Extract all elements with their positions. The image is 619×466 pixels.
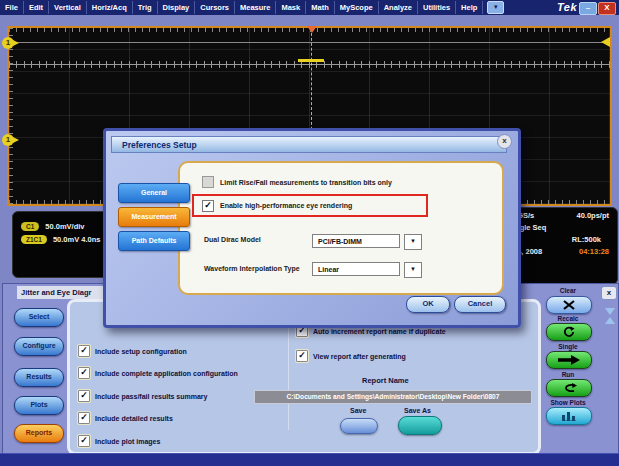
toolbar-pointer-button[interactable]: ▾ [487, 1, 504, 14]
menu-cursors[interactable]: Cursors [195, 1, 235, 14]
recalc-label: Recalc [537, 315, 599, 322]
channel1-trace [9, 42, 610, 43]
include-complete-row: ✓ Include complete application configura… [78, 367, 238, 379]
trigger-level-bar[interactable] [298, 59, 324, 62]
include-detailed-row: ✓ Include detailed results [78, 412, 173, 424]
panel-collapse-arrows [605, 306, 615, 326]
record-length: RL:500k [572, 235, 601, 244]
dialog-close-button[interactable]: x [497, 134, 512, 149]
show-plots-label: Show Plots [537, 399, 599, 406]
ok-button[interactable]: OK [406, 296, 450, 313]
nav-configure-button[interactable]: Configure [14, 337, 64, 356]
view-report-row: ✓ View report after generating [296, 350, 406, 362]
include-detailed-checkbox[interactable]: ✓ [78, 412, 90, 424]
interpolation-select[interactable]: Linear [312, 262, 400, 276]
single-button[interactable] [546, 351, 592, 369]
eye-rendering-checkbox[interactable]: ✓ [202, 200, 214, 212]
menu-measure[interactable]: Measure [235, 1, 276, 14]
clear-x-icon [563, 300, 575, 310]
nav-reports-button[interactable]: Reports [14, 424, 64, 443]
recalc-icon [563, 326, 575, 338]
clear-button[interactable] [546, 296, 592, 314]
clear-label: Clear [537, 287, 599, 294]
include-complete-checkbox[interactable]: ✓ [78, 367, 90, 379]
channel1-scale: 50.0mV/div [45, 222, 84, 231]
channel1-zoom-marker[interactable]: 1 [2, 134, 14, 146]
dual-dirac-row: Dual Dirac Model [204, 236, 261, 243]
nav-select-button[interactable]: Select [14, 308, 64, 327]
dual-dirac-dropdown-arrow-icon[interactable]: ▼ [404, 234, 422, 250]
time-readout: 04:13:28 [579, 247, 609, 256]
show-plots-icon [562, 411, 576, 421]
dialog-title-bar: Preferences Setup [111, 136, 507, 153]
menu-file[interactable]: File [0, 1, 24, 14]
run-loop-icon [561, 383, 577, 393]
preferences-setup-dialog: Preferences Setup x General Measurement … [103, 128, 521, 328]
save-label: Save [350, 407, 366, 414]
highlight-rectangle: ✓ Enable high-performance eye rendering [192, 194, 428, 217]
zoom1-scale: 50.0mV 4.0ns [53, 235, 101, 244]
menu-utilities[interactable]: Utilities [418, 1, 456, 14]
save-as-label: Save As [404, 407, 431, 414]
minimize-button[interactable]: – [579, 2, 597, 15]
menu-myscope[interactable]: MyScope [335, 1, 379, 14]
cancel-button[interactable]: Cancel [454, 296, 506, 313]
interpolation-dropdown-arrow-icon[interactable]: ▼ [404, 262, 422, 278]
include-setup-checkbox[interactable]: ✓ [78, 345, 90, 357]
run-button[interactable] [546, 379, 592, 397]
save-as-button[interactable] [398, 416, 442, 435]
tek-logo: Tek [557, 1, 577, 13]
include-plot-images-row: ✓ Include plot images [78, 435, 160, 447]
trace-position-arrow [601, 37, 610, 47]
include-setup-row: ✓ Include setup configuration [78, 345, 187, 357]
nav-plots-button[interactable]: Plots [14, 396, 64, 415]
report-name-label: Report Name [362, 376, 409, 385]
menu-display[interactable]: Display [158, 1, 196, 14]
dual-dirac-select[interactable]: PCI/FB-DIMM [312, 234, 400, 248]
menu-mask[interactable]: Mask [276, 1, 306, 14]
channel1-marker[interactable]: 1 [2, 37, 14, 49]
report-path-field[interactable]: C:\Documents and Settings\Administrator\… [254, 390, 532, 404]
tab-measurement[interactable]: Measurement [118, 207, 190, 227]
graticule-left-ticks [9, 28, 13, 204]
channel1-badge: C1 [21, 222, 39, 231]
menu-horiz-acq[interactable]: Horiz/Acq [87, 1, 133, 14]
graticule-center-axis [9, 61, 610, 68]
zoom1-badge: Z1C1 [21, 235, 47, 244]
menu-trig[interactable]: Trig [133, 1, 158, 14]
menu-vertical[interactable]: Vertical [49, 1, 87, 14]
interpolation-row: Waveform Interpolation Type [204, 265, 300, 272]
bottom-status-strip [0, 453, 619, 466]
tab-path-defaults[interactable]: Path Defaults [118, 231, 190, 251]
include-plot-images-checkbox[interactable]: ✓ [78, 435, 90, 447]
oscilloscope-screen: File Edit Vertical Horiz/Acq Trig Displa… [0, 0, 619, 466]
column-divider [288, 310, 289, 430]
limit-risefall-checkbox[interactable] [202, 176, 214, 188]
app-close-button[interactable]: x [601, 286, 617, 300]
single-arrow-icon [558, 355, 580, 365]
resolution: 40.0ps/pt [576, 211, 609, 220]
trigger-marker-icon[interactable] [307, 26, 317, 33]
recalc-button[interactable] [546, 323, 592, 341]
menu-edit[interactable]: Edit [24, 1, 49, 14]
include-passfail-checkbox[interactable]: ✓ [78, 390, 90, 402]
nav-results-button[interactable]: Results [14, 368, 64, 387]
save-button[interactable] [340, 418, 378, 434]
run-label: Run [537, 371, 599, 378]
menu-help[interactable]: Help [456, 1, 483, 14]
show-plots-button[interactable] [546, 407, 592, 425]
menu-math[interactable]: Math [306, 1, 335, 14]
window-close-button[interactable]: X [598, 2, 616, 15]
limit-risefall-row: Limit Rise/Fall measurements to transiti… [202, 176, 392, 188]
menu-bar: File Edit Vertical Horiz/Acq Trig Displa… [0, 0, 619, 15]
single-label: Single [537, 343, 599, 350]
tab-general[interactable]: General [118, 183, 190, 203]
view-report-checkbox[interactable]: ✓ [296, 350, 308, 362]
menu-analyze[interactable]: Analyze [379, 1, 418, 14]
include-passfail-row: ✓ Include pass/fail results summary [78, 390, 207, 402]
app-title: Jitter and Eye Diagr [17, 286, 115, 299]
